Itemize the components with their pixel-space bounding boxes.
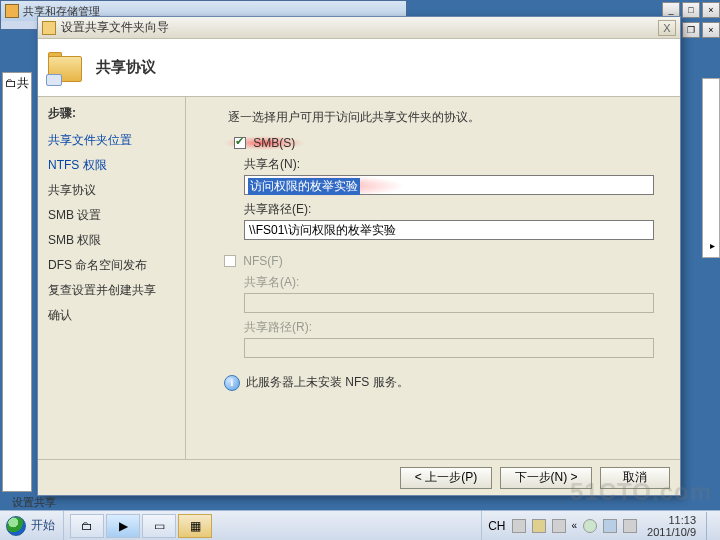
info-text: 此服务器上未安装 NFS 服务。 bbox=[246, 374, 409, 391]
intro-text: 逐一选择用户可用于访问此共享文件夹的协议。 bbox=[228, 109, 666, 126]
tray-help-icon[interactable] bbox=[532, 519, 546, 533]
tray-chevron-icon[interactable]: « bbox=[572, 520, 578, 531]
wizard-form-area: 逐一选择用户可用于访问此共享文件夹的协议。 SMB(S) 共享名(N): 访问权… bbox=[186, 97, 680, 459]
step-share-protocol[interactable]: 共享协议 bbox=[48, 178, 175, 203]
wizard-close-button[interactable]: X bbox=[658, 20, 676, 36]
wizard-titlebar[interactable]: 设置共享文件夹向导 X bbox=[38, 17, 680, 39]
nfs-path-label: 共享路径(R): bbox=[244, 319, 666, 336]
system-tray[interactable]: CH « 11:13 2011/10/9 bbox=[481, 511, 720, 541]
wizard-title-text: 设置共享文件夹向导 bbox=[61, 19, 658, 36]
smb-path-input[interactable] bbox=[244, 220, 654, 240]
nfs-path-input bbox=[244, 338, 654, 358]
watermark: 51CTO.com bbox=[570, 478, 712, 506]
tray-keyboard-icon[interactable] bbox=[512, 519, 526, 533]
wizard-title-icon bbox=[42, 21, 56, 35]
taskbar-server-manager-button[interactable]: ▭ bbox=[142, 514, 176, 538]
taskbar[interactable]: 开始 🗀 ▶ ▭ ▦ CH « 11:13 2011/10/9 bbox=[0, 510, 720, 540]
ime-indicator[interactable]: CH bbox=[488, 519, 505, 533]
bg-app-icon bbox=[5, 4, 19, 18]
taskbar-clock[interactable]: 11:13 2011/10/9 bbox=[643, 514, 700, 538]
bg-inner-close-button[interactable]: × bbox=[702, 22, 720, 38]
step-review-create[interactable]: 复查设置并创建共享 bbox=[48, 278, 175, 303]
start-label: 开始 bbox=[31, 517, 55, 534]
taskbar-powershell-button[interactable]: ▶ bbox=[106, 514, 140, 538]
nfs-name-input bbox=[244, 293, 654, 313]
taskbar-explorer-button[interactable]: 🗀 bbox=[70, 514, 104, 538]
step-confirm[interactable]: 确认 bbox=[48, 303, 175, 328]
show-desktop-button[interactable] bbox=[706, 512, 714, 540]
taskbar-share-mgmt-button[interactable]: ▦ bbox=[178, 514, 212, 538]
step-ntfs-permissions[interactable]: NTFS 权限 bbox=[48, 153, 175, 178]
tray-flag-icon[interactable] bbox=[603, 519, 617, 533]
steps-heading: 步骤: bbox=[48, 105, 175, 122]
start-orb-icon bbox=[6, 516, 26, 536]
clock-date: 2011/10/9 bbox=[647, 526, 696, 538]
bg-tree-panel: 🗀共 bbox=[2, 72, 32, 492]
wizard-steps-panel: 步骤: 共享文件夹位置 NTFS 权限 共享协议 SMB 设置 SMB 权限 D… bbox=[38, 97, 186, 459]
clock-time: 11:13 bbox=[647, 514, 696, 526]
smb-checkbox-label: SMB(S) bbox=[253, 136, 295, 150]
step-smb-settings[interactable]: SMB 设置 bbox=[48, 203, 175, 228]
step-dfs-namespace[interactable]: DFS 命名空间发布 bbox=[48, 253, 175, 278]
share-wizard-dialog: 设置共享文件夹向导 X 共享协议 步骤: 共享文件夹位置 NTFS 权限 共享协… bbox=[37, 16, 681, 496]
bg-maximize-button[interactable]: □ bbox=[682, 2, 700, 18]
smb-name-selected-text: 访问权限的枚举实验 bbox=[248, 178, 360, 195]
bg-inner-restore-button[interactable]: ❐ bbox=[682, 22, 700, 38]
step-smb-permissions[interactable]: SMB 权限 bbox=[48, 228, 175, 253]
prev-button[interactable]: < 上一步(P) bbox=[400, 467, 492, 489]
smb-checkbox[interactable] bbox=[234, 137, 246, 149]
tray-volume-icon[interactable] bbox=[623, 519, 637, 533]
bg-action-pane: ▸ bbox=[702, 78, 720, 258]
bg-close-button[interactable]: × bbox=[702, 2, 720, 18]
nfs-checkbox-label: NFS(F) bbox=[243, 254, 282, 268]
step-folder-location[interactable]: 共享文件夹位置 bbox=[48, 128, 175, 153]
tray-tool-icon[interactable] bbox=[552, 519, 566, 533]
nfs-checkbox bbox=[224, 255, 236, 267]
tray-network-icon[interactable] bbox=[583, 519, 597, 533]
wizard-header: 共享协议 bbox=[38, 39, 680, 97]
smb-path-label: 共享路径(E): bbox=[244, 201, 666, 218]
nfs-name-label: 共享名(A): bbox=[244, 274, 666, 291]
start-button[interactable]: 开始 bbox=[0, 511, 64, 541]
folder-share-icon bbox=[48, 52, 86, 84]
smb-name-label: 共享名(N): bbox=[244, 156, 666, 173]
wizard-page-title: 共享协议 bbox=[96, 58, 156, 77]
info-icon: i bbox=[224, 375, 240, 391]
